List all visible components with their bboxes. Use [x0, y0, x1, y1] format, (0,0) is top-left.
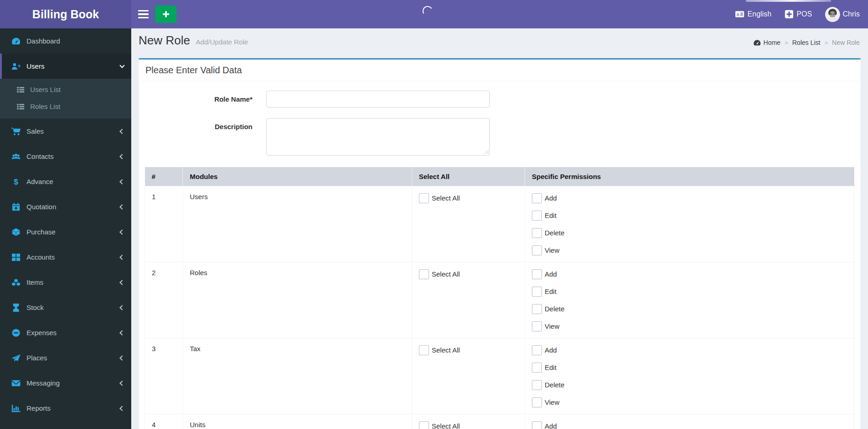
sidebar-item-expenses[interactable]: Expenses	[0, 320, 131, 345]
plus-square-icon	[784, 10, 794, 18]
people-icon	[10, 152, 22, 161]
permission-add-row: Add	[532, 421, 847, 429]
select-all-cell: Select All	[412, 186, 525, 262]
sidebar-item-users[interactable]: Users	[0, 54, 131, 79]
sidebar-item-stock[interactable]: Stock	[0, 295, 131, 320]
permission-add-checkbox[interactable]	[532, 421, 542, 429]
sidebar-item-accounts[interactable]: Accounts	[0, 244, 131, 270]
permission-add-label: Add	[545, 270, 557, 278]
sidebar-item-dashboard[interactable]: Dashboard	[0, 28, 131, 54]
sidebar-submenu: Users ListRoles List	[0, 79, 131, 119]
permission-add-row: Add	[532, 269, 847, 279]
module-row-tax: 3TaxSelect AllAddEditDeleteView	[145, 338, 854, 414]
permission-delete-checkbox[interactable]	[532, 380, 542, 390]
permission-delete-row: Delete	[532, 228, 847, 238]
app-logo[interactable]: Billing Book	[0, 0, 131, 28]
sidebar-subitem-users-list[interactable]: Users List	[0, 81, 131, 98]
breadcrumb-home[interactable]: Home	[753, 39, 780, 46]
chevron-left-icon	[119, 204, 124, 209]
permission-add-checkbox[interactable]	[532, 269, 542, 279]
sidebar-item-reports[interactable]: Reports	[0, 396, 131, 421]
permission-add-label: Add	[545, 194, 557, 202]
sidebar-item-warehouse[interactable]: Warehouse	[0, 421, 131, 429]
permission-view-row: View	[532, 397, 847, 407]
user-menu[interactable]: Chris	[819, 0, 866, 28]
select-all-checkbox[interactable]	[419, 269, 429, 279]
permission-add-checkbox[interactable]	[532, 345, 542, 355]
user-plus-icon	[10, 62, 22, 71]
select-all-cell: Select All	[412, 338, 525, 414]
hamburger-icon[interactable]	[131, 0, 155, 28]
calendar-plus-icon	[10, 203, 22, 211]
sidebar-item-contacts[interactable]: Contacts	[0, 144, 131, 169]
permission-view-checkbox[interactable]	[532, 245, 542, 255]
sidebar-menu: DashboardUsersUsers ListRoles ListSalesC…	[0, 28, 131, 429]
role-name-input[interactable]	[266, 91, 490, 108]
language-menu[interactable]: A English	[729, 0, 777, 28]
select-all-checkbox[interactable]	[419, 193, 429, 203]
permission-delete-checkbox[interactable]	[532, 304, 542, 314]
content-header: New Role Add/Update Role Home>Roles List…	[139, 33, 861, 55]
sidebar-item-label: Messaging	[27, 379, 60, 387]
sidebar-item-sales[interactable]: Sales	[0, 119, 131, 144]
permission-edit-row: Edit	[532, 362, 847, 373]
add-button[interactable]	[155, 5, 177, 23]
role-name-label: Role Name*	[145, 91, 266, 108]
sidebar-item-messaging[interactable]: Messaging	[0, 370, 131, 396]
hourglass-icon	[10, 304, 22, 312]
description-textarea[interactable]	[266, 118, 490, 156]
chevron-left-icon	[119, 355, 124, 360]
minus-circle-icon	[10, 329, 22, 337]
language-icon: A	[735, 10, 745, 18]
top-header: Billing Book A English POS	[0, 0, 868, 28]
breadcrumb: Home>Roles List>New Role	[753, 39, 860, 46]
sidebar-item-items[interactable]: Items	[0, 270, 131, 295]
breadcrumb-label: New Role	[832, 39, 860, 46]
table-header-select-all: Select All	[412, 167, 525, 186]
pos-label: POS	[797, 10, 812, 18]
permission-edit-row: Edit	[532, 210, 847, 221]
sidebar-item-label: Places	[27, 354, 47, 362]
permission-edit-row: Edit	[532, 286, 847, 297]
card-title: Please Enter Valid Data	[139, 60, 861, 81]
envelope-icon	[10, 379, 22, 387]
sidebar-item-advance[interactable]: $Advance	[0, 169, 131, 194]
pos-button[interactable]: POS	[778, 0, 819, 28]
permission-add-checkbox[interactable]	[532, 193, 542, 203]
select-all-checkbox[interactable]	[419, 345, 429, 355]
sidebar-subitem-roles-list[interactable]: Roles List	[0, 98, 131, 115]
sidebar-item-label: Dashboard	[27, 37, 60, 45]
sidebar: DashboardUsersUsers ListRoles ListSalesC…	[0, 28, 131, 429]
chevron-down-icon	[119, 63, 124, 68]
permission-add-label: Add	[545, 346, 557, 354]
permission-edit-checkbox[interactable]	[532, 287, 542, 297]
module-name: Roles	[183, 262, 412, 338]
permission-edit-checkbox[interactable]	[532, 211, 542, 221]
sidebar-item-purchase[interactable]: Purchase	[0, 219, 131, 244]
card-body: Role Name* Description #ModulesSelect Al…	[139, 81, 861, 429]
specific-permissions-cell: AddEditDeleteView	[525, 262, 854, 338]
breadcrumb-roles-list[interactable]: Roles List	[792, 39, 820, 46]
permission-view-checkbox[interactable]	[532, 321, 542, 331]
plus-icon	[162, 11, 170, 18]
role-form-card: Please Enter Valid Data Role Name* Descr…	[139, 58, 861, 429]
select-all-checkbox[interactable]	[419, 421, 429, 429]
permission-edit-label: Edit	[545, 288, 557, 295]
sidebar-item-places[interactable]: Places	[0, 345, 131, 370]
sidebar-item-quotation[interactable]: Quotation	[0, 194, 131, 219]
user-name: Chris	[843, 10, 860, 18]
permission-add-row: Add	[532, 345, 847, 355]
permission-view-checkbox[interactable]	[532, 397, 542, 407]
sidebar-subitem-label: Users List	[30, 86, 61, 93]
permission-edit-label: Edit	[545, 364, 557, 371]
permission-edit-checkbox[interactable]	[532, 363, 542, 373]
select-all-row: Select All	[419, 193, 518, 203]
sidebar-item-label: Expenses	[27, 329, 57, 337]
sidebar-item-label: Accounts	[27, 253, 55, 261]
permission-view-label: View	[545, 398, 559, 406]
permission-delete-checkbox[interactable]	[532, 228, 542, 238]
chevron-left-icon	[119, 305, 124, 310]
chevron-left-icon	[119, 129, 124, 134]
cube-icon	[10, 228, 22, 236]
permission-delete-label: Delete	[545, 305, 564, 313]
